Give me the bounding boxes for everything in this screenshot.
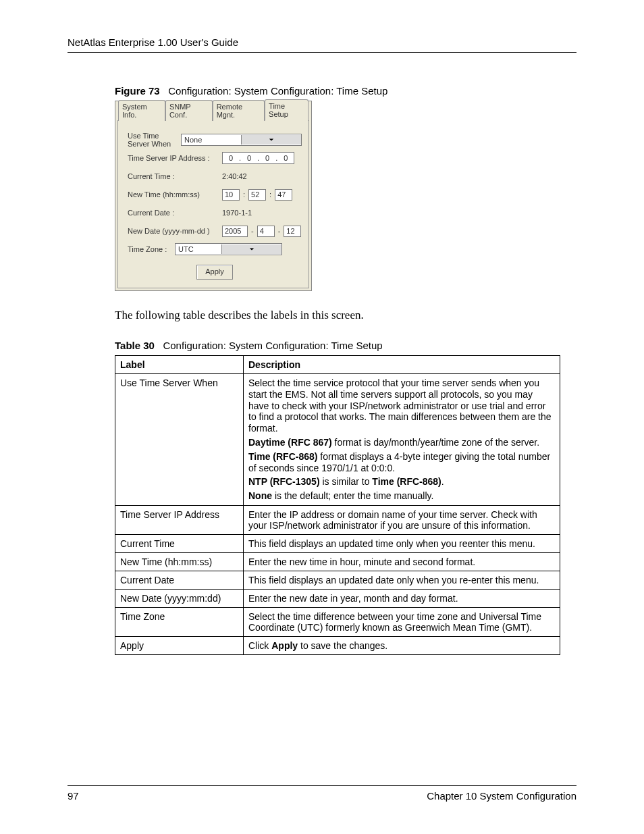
table-row: Current Date This field displays an upda… <box>115 571 560 589</box>
cell-description: Enter the new time in hour, minute and s… <box>244 552 560 571</box>
tab-bar: System Info. SNMP Conf. Remote Mgnt. Tim… <box>115 101 311 120</box>
table-number: Table 30 <box>115 340 155 351</box>
cell-description: This field displays an updated time only… <box>244 534 560 552</box>
new-date-day[interactable]: 12 <box>284 226 301 237</box>
cell-description: Click Apply to save the changes. <box>244 636 560 654</box>
new-date-year[interactable]: 2005 <box>222 226 248 237</box>
chevron-down-icon <box>241 135 301 145</box>
page: NetAtlas Enterprise 1.00 User's Guide Fi… <box>0 0 644 834</box>
figure-number: Figure 73 <box>115 85 160 97</box>
new-time-hour[interactable]: 10 <box>222 189 240 201</box>
timezone-select[interactable]: UTC <box>175 243 282 255</box>
cell-description: Enter the IP address or domain name of y… <box>244 505 560 534</box>
current-date-label: Current Date : <box>128 209 222 217</box>
table-row: New Time (hh:mm:ss) Enter the new time i… <box>115 552 560 571</box>
current-time-label: Current Time : <box>128 172 222 180</box>
use-time-server-value: None <box>182 136 241 144</box>
cell-label: Apply <box>115 636 244 654</box>
tab-remote-mgnt[interactable]: Remote Mgnt. <box>213 100 265 121</box>
table-row: Time Server IP Address Enter the IP addr… <box>115 505 560 534</box>
cell-label: New Time (hh:mm:ss) <box>115 552 244 571</box>
table-row: Current Time This field displays an upda… <box>115 534 560 552</box>
use-time-server-select[interactable]: None <box>181 134 302 146</box>
table-header-description: Description <box>244 356 560 374</box>
table-row: Time Zone Select the time difference bet… <box>115 607 560 636</box>
colon-separator: : <box>240 190 248 199</box>
cell-label: New Date (yyyy:mm:dd) <box>115 589 244 607</box>
new-time-second[interactable]: 47 <box>275 189 292 201</box>
cell-label: Time Zone <box>115 607 244 636</box>
use-time-server-label: Use Time Server When <box>128 132 181 148</box>
table-title: Configuration: System Configuration: Tim… <box>163 340 382 351</box>
new-time-minute[interactable]: 52 <box>248 189 266 201</box>
new-date-label: New Date (yyyy-mm-dd ) <box>128 227 222 235</box>
ip-octet-4[interactable]: 0 <box>279 154 292 162</box>
description-table: Label Description Use Time Server When S… <box>115 355 560 655</box>
table-header-label: Label <box>115 356 244 374</box>
table-row: New Date (yyyy:mm:dd) Enter the new date… <box>115 589 560 607</box>
new-time-label: New Time (hh:mm:ss) <box>128 190 222 199</box>
current-time-value: 2:40:42 <box>222 172 247 180</box>
dash-separator: - <box>248 227 257 235</box>
timezone-value: UTC <box>176 245 221 253</box>
cell-description: Select the time difference between your … <box>244 607 560 636</box>
cell-description: Select the time service protocol that yo… <box>244 374 560 506</box>
ip-address-label: Time Server IP Address : <box>128 154 222 162</box>
chapter-title: Chapter 10 System Configuration <box>427 790 576 802</box>
colon-separator: : <box>266 190 275 199</box>
tab-time-setup[interactable]: Time Setup <box>265 99 308 121</box>
tab-snmp-conf[interactable]: SNMP Conf. <box>165 100 213 121</box>
table-caption: Table 30 Configuration: System Configura… <box>115 340 576 351</box>
chevron-down-icon <box>221 244 281 254</box>
time-setup-screenshot: System Info. SNMP Conf. Remote Mgnt. Tim… <box>115 101 312 291</box>
dash-separator: - <box>275 227 284 235</box>
ip-octet-2[interactable]: 0 <box>242 154 256 162</box>
ip-address-input[interactable]: 0. 0. 0. 0 <box>222 152 294 164</box>
figure-caption: Figure 73 Configuration: System Configur… <box>115 85 576 97</box>
table-row: Use Time Server When Select the time ser… <box>115 374 560 506</box>
figure-title: Configuration: System Configuration: Tim… <box>168 85 387 97</box>
ip-octet-3[interactable]: 0 <box>261 154 274 162</box>
tab-system-info[interactable]: System Info. <box>118 100 165 121</box>
running-header: NetAtlas Enterprise 1.00 User's Guide <box>68 36 576 53</box>
apply-button[interactable]: Apply <box>196 265 233 280</box>
current-date-value: 1970-1-1 <box>222 209 252 217</box>
cell-label: Current Date <box>115 571 244 589</box>
cell-description: Enter the new date in year, month and da… <box>244 589 560 607</box>
page-footer: 97 Chapter 10 System Configuration <box>68 785 576 802</box>
timezone-label: Time Zone : <box>128 245 175 253</box>
cell-description: This field displays an updated date only… <box>244 571 560 589</box>
table-row: Apply Click Apply to save the changes. <box>115 636 560 654</box>
tab-body: Use Time Server When None Time Server IP… <box>117 120 309 288</box>
new-date-month[interactable]: 4 <box>257 226 275 237</box>
intro-text: The following table describes the labels… <box>115 309 576 322</box>
page-number: 97 <box>68 790 79 802</box>
cell-label: Time Server IP Address <box>115 505 244 534</box>
cell-label: Current Time <box>115 534 244 552</box>
ip-octet-1[interactable]: 0 <box>224 154 238 162</box>
cell-label: Use Time Server When <box>115 374 244 506</box>
